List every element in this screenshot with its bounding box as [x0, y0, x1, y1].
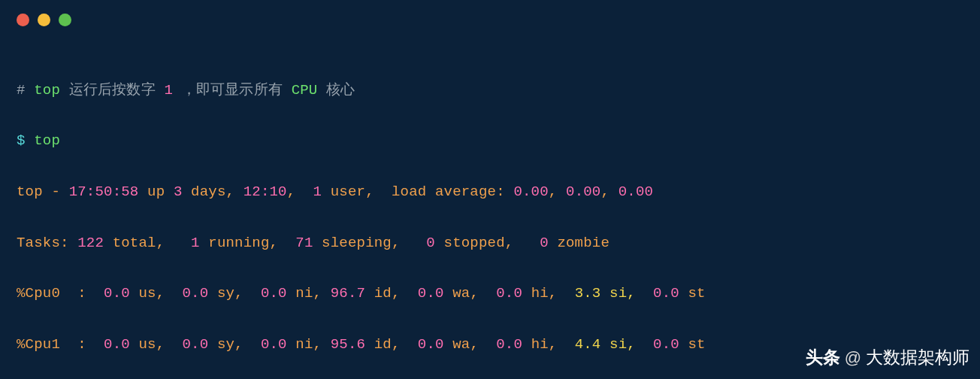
- hash: #: [17, 82, 26, 99]
- tasks-line: Tasks: 122 total, 1 running, 71 sleeping…: [17, 231, 980, 256]
- summary-line: top - 17:50:58 up 3 days, 12:10, 1 user,…: [17, 180, 980, 205]
- prompt-cmd: top: [34, 132, 60, 149]
- terminal-output: # top 运行后按数字 1 ，即可显示所有 CPU 核心 $ top top …: [0, 38, 980, 379]
- comment-cmd: top: [34, 82, 60, 99]
- maximize-icon[interactable]: [59, 14, 71, 26]
- watermark-prefix: 头条: [806, 342, 840, 373]
- cpu0-line: %Cpu0 : 0.0 us, 0.0 sy, 0.0 ni, 96.7 id,…: [17, 281, 980, 307]
- window-titlebar: [0, 0, 980, 38]
- close-icon[interactable]: [17, 14, 29, 26]
- comment-num: 1: [164, 82, 173, 99]
- watermark-name: 大数据架构师: [866, 342, 969, 373]
- prompt-symbol: $: [17, 132, 34, 149]
- watermark: 头条 @大数据架构师: [806, 342, 969, 373]
- watermark-at: @: [845, 343, 861, 372]
- comment-line: # top 运行后按数字 1 ，即可显示所有 CPU 核心: [17, 78, 980, 104]
- prompt-line: $ top: [17, 129, 980, 154]
- minimize-icon[interactable]: [38, 14, 50, 26]
